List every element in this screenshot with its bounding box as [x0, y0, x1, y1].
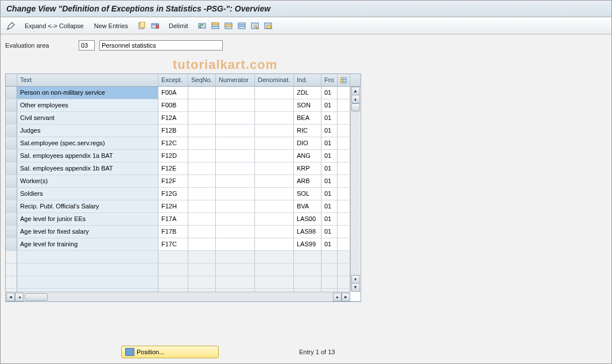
cell-seqno[interactable] — [188, 125, 216, 137]
cell-ind[interactable]: SOL — [294, 188, 322, 200]
print-button[interactable] — [262, 20, 274, 32]
table-row-empty[interactable] — [6, 251, 361, 264]
cell-numerator[interactable] — [216, 87, 255, 99]
cell-from[interactable]: 01 — [322, 238, 338, 250]
cell-numerator[interactable] — [216, 175, 255, 187]
evaluation-area-text-input[interactable] — [99, 40, 223, 51]
cell-from[interactable]: 01 — [322, 226, 338, 238]
cell-from[interactable]: 01 — [322, 87, 338, 99]
cell-numerator[interactable] — [216, 226, 255, 238]
cell-from[interactable]: 01 — [322, 99, 338, 111]
cell-seqno[interactable] — [188, 276, 216, 288]
position-button[interactable]: Position... — [121, 346, 219, 358]
cell-except[interactable] — [158, 276, 188, 288]
cell-seqno[interactable] — [188, 162, 216, 175]
row-selector[interactable] — [6, 87, 17, 99]
new-entries-button[interactable]: New Entries — [92, 21, 130, 30]
cell-from[interactable]: 01 — [322, 125, 338, 137]
cell-text[interactable]: Age level for fixed salary — [17, 226, 158, 238]
cell-except[interactable] — [158, 264, 188, 276]
cell-text[interactable]: Age level for training — [17, 238, 158, 250]
cell-denominat[interactable] — [255, 188, 294, 200]
cell-seqno[interactable] — [188, 200, 216, 212]
vscroll-thumb[interactable] — [351, 103, 360, 111]
cell-numerator[interactable] — [216, 137, 255, 149]
table-row[interactable]: Recip. Publ. Official's SalaryF12HBVA01 — [6, 200, 361, 213]
row-selector[interactable] — [6, 264, 17, 276]
cell-from[interactable] — [322, 251, 338, 263]
row-selector[interactable] — [6, 200, 17, 212]
table-row[interactable]: Worker(s)F12FARB01 — [6, 175, 361, 188]
column-header-seqno[interactable]: SeqNo. — [188, 74, 216, 86]
cell-seqno[interactable] — [188, 150, 216, 162]
table-row-empty[interactable] — [6, 264, 361, 276]
table-row[interactable]: Sal.employee (spec.serv.regs)F12CDIO01 — [6, 137, 361, 150]
hscroll-track[interactable] — [25, 293, 332, 301]
cell-text[interactable] — [17, 251, 158, 263]
cell-ind[interactable]: ARB — [294, 175, 322, 187]
cell-ind[interactable]: LAS98 — [294, 226, 322, 238]
cell-text[interactable]: Person on non-military service — [17, 87, 158, 99]
cell-except[interactable]: F12F — [158, 175, 188, 187]
cell-ind[interactable]: KRP — [294, 162, 322, 175]
row-selector[interactable] — [6, 112, 17, 124]
row-selector[interactable] — [6, 150, 17, 162]
scroll-up-icon[interactable]: ▲ — [351, 87, 360, 95]
cell-except[interactable]: F00B — [158, 99, 188, 111]
cell-from[interactable]: 01 — [322, 162, 338, 175]
cell-denominat[interactable] — [255, 162, 294, 175]
scroll-line-down-icon[interactable]: ▾ — [351, 275, 360, 284]
cell-denominat[interactable] — [255, 125, 294, 137]
cell-except[interactable]: F17A — [158, 213, 188, 225]
cell-text[interactable]: Sal.employee (spec.serv.regs) — [17, 137, 158, 149]
cell-ind[interactable]: BVA — [294, 200, 322, 212]
table-row[interactable]: JudgesF12BRIC01 — [6, 125, 361, 137]
scroll-line-up-icon[interactable]: ▴ — [351, 95, 360, 103]
cell-denominat[interactable] — [255, 251, 294, 263]
evaluation-area-code-input[interactable] — [79, 40, 95, 51]
scroll-col-left-icon[interactable]: ◂ — [15, 293, 24, 301]
cell-from[interactable]: 01 — [322, 112, 338, 124]
cell-numerator[interactable] — [216, 150, 255, 162]
cell-text[interactable]: Worker(s) — [17, 175, 158, 187]
row-selector[interactable] — [6, 226, 17, 238]
toggle-change-mode-button[interactable] — [5, 20, 17, 32]
row-selector[interactable] — [6, 188, 17, 200]
cell-from[interactable]: 01 — [322, 188, 338, 200]
cell-seqno[interactable] — [188, 137, 216, 149]
cell-numerator[interactable] — [216, 200, 255, 212]
cell-except[interactable] — [158, 251, 188, 263]
cell-from[interactable]: 01 — [322, 213, 338, 225]
scroll-col-right-icon[interactable]: ▸ — [333, 293, 342, 301]
cell-denominat[interactable] — [255, 150, 294, 162]
cell-denominat[interactable] — [255, 137, 294, 149]
table-row[interactable]: Other employeesF00BSON01 — [6, 99, 361, 112]
cell-except[interactable]: F12B — [158, 125, 188, 137]
cell-from[interactable] — [322, 276, 338, 288]
table-row[interactable]: Civil servantF12ABEA01 — [6, 112, 361, 125]
cell-denominat[interactable] — [255, 200, 294, 212]
cell-except[interactable]: F12C — [158, 137, 188, 149]
column-header-from[interactable]: Fro — [322, 74, 338, 86]
cell-seqno[interactable] — [188, 226, 216, 238]
cell-except[interactable]: F00A — [158, 87, 188, 99]
column-config-button[interactable] — [338, 74, 350, 86]
cell-numerator[interactable] — [216, 238, 255, 250]
vertical-scrollbar[interactable]: ▲ ▴ ▾ ▼ — [350, 87, 360, 292]
cell-denominat[interactable] — [255, 87, 294, 99]
column-header-numerator[interactable]: Numerator — [216, 74, 255, 86]
cell-numerator[interactable] — [216, 162, 255, 175]
cell-ind[interactable] — [294, 251, 322, 263]
row-selector[interactable] — [6, 175, 17, 187]
cell-from[interactable]: 01 — [322, 200, 338, 212]
cell-text[interactable]: Other employees — [17, 99, 158, 111]
row-selector[interactable] — [6, 213, 17, 225]
row-selector[interactable] — [6, 99, 17, 111]
cell-seqno[interactable] — [188, 87, 216, 99]
cell-text[interactable]: Soldiers — [17, 188, 158, 200]
table-row[interactable]: Age level for junior EEsF17ALAS0001 — [6, 213, 361, 226]
scroll-down-icon[interactable]: ▼ — [351, 283, 360, 292]
cell-from[interactable]: 01 — [322, 137, 338, 149]
cell-seqno[interactable] — [188, 264, 216, 276]
cell-seqno[interactable] — [188, 238, 216, 250]
